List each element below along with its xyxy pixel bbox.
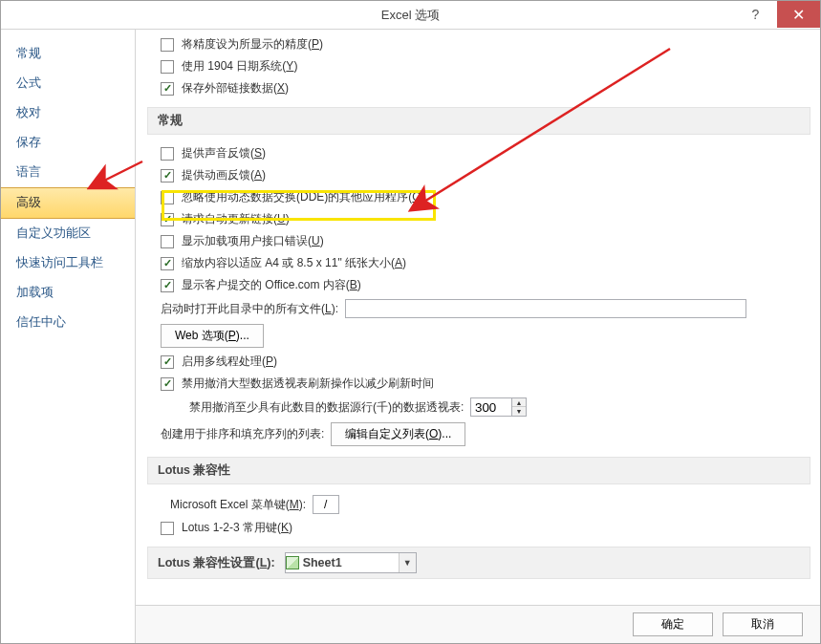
top-cbs-checkbox-0[interactable] <box>161 38 174 52</box>
pivot-disable-row: 禁用撤消大型数据透视表刷新操作以减少刷新时间 <box>143 373 820 395</box>
section-lotus-settings-label: Lotus 兼容性设置(L): <box>158 555 275 571</box>
top-cbs-checkbox-2[interactable] <box>161 82 174 96</box>
gen-cbs-label-6: 显示客户提交的 Office.com 内容(B) <box>182 277 361 293</box>
options-scroll[interactable]: 将精度设为所显示的精度(P)使用 1904 日期系统(Y)保存外部链接数据(X)… <box>136 30 820 605</box>
spinner-up-icon[interactable]: ▲ <box>512 398 526 407</box>
sheet-select[interactable]: Sheet1 ▼ <box>285 552 417 573</box>
top-cbs-label-2: 保存外部链接数据(X) <box>182 80 289 97</box>
gen-cbs-row-3: 请求自动更新链接(U) <box>143 208 820 230</box>
web-options-row: Web 选项(P)... <box>143 321 820 351</box>
section-general-label: 常规 <box>158 113 183 129</box>
startup-folder-label: 启动时打开此目录中的所有文件(L): <box>161 301 338 317</box>
startup-folder-row: 启动时打开此目录中的所有文件(L): <box>143 296 820 321</box>
section-lotus-label: Lotus 兼容性 <box>158 462 231 479</box>
spinner-down-icon[interactable]: ▼ <box>512 407 526 416</box>
sidebar-item-6[interactable]: 自定义功能区 <box>1 219 135 248</box>
pivot-rows-input[interactable] <box>470 397 512 417</box>
gen-cbs-label-4: 显示加载项用户接口错误(U) <box>182 233 324 249</box>
top-cbs-row-0: 将精度设为所显示的精度(P) <box>143 33 820 55</box>
sidebar-item-0[interactable]: 常规 <box>1 39 135 69</box>
gen-cbs-checkbox-6[interactable] <box>161 279 174 292</box>
web-options-button[interactable]: Web 选项(P)... <box>161 324 264 348</box>
gen-cbs-label-2: 忽略使用动态数据交换(DDE)的其他应用程序(O) <box>182 189 425 205</box>
top-cbs-row-1: 使用 1904 日期系统(Y) <box>143 55 820 77</box>
cancel-button[interactable]: 取消 <box>723 612 803 636</box>
lotus-keys-label: Lotus 1-2-3 常用键(K) <box>182 520 292 536</box>
ok-button[interactable]: 确定 <box>633 612 713 636</box>
sheet-icon <box>286 556 299 569</box>
sheet-select-value: Sheet1 <box>303 556 399 569</box>
window-controls: ? ✕ <box>734 1 820 29</box>
startup-folder-input[interactable] <box>345 299 746 318</box>
gen-cbs-row-4: 显示加载项用户接口错误(U) <box>143 230 820 252</box>
section-general: 常规 <box>147 107 810 135</box>
gen-cbs-checkbox-3[interactable] <box>161 213 174 226</box>
lotus-menu-input[interactable] <box>313 495 339 514</box>
pivot-rows-label: 禁用撤消至少具有此数目的数据源行(千)的数据透视表: <box>189 399 464 416</box>
dialog-window: Excel 选项 ? ✕ 常规公式校对保存语言高级自定义功能区快速访问工具栏加载… <box>0 0 821 644</box>
pivot-disable-checkbox[interactable] <box>161 377 174 391</box>
gen-cbs-label-1: 提供动画反馈(A) <box>182 167 266 183</box>
gen-cbs-checkbox-5[interactable] <box>161 257 174 270</box>
lotus-keys-checkbox[interactable] <box>161 522 174 535</box>
sort-fill-label: 创建用于排序和填充序列的列表: <box>161 426 324 442</box>
section-lotus: Lotus 兼容性 <box>147 457 810 484</box>
multithread-row: 启用多线程处理(P) <box>143 351 820 373</box>
gen-cbs-row-2: 忽略使用动态数据交换(DDE)的其他应用程序(O) <box>143 186 820 208</box>
top-cbs-label-1: 使用 1904 日期系统(Y) <box>182 58 297 75</box>
gen-cbs-label-3: 请求自动更新链接(U) <box>182 211 290 227</box>
main-panel: 将精度设为所显示的精度(P)使用 1904 日期系统(Y)保存外部链接数据(X)… <box>136 30 820 643</box>
gen-cbs-label-5: 缩放内容以适应 A4 或 8.5 x 11" 纸张大小(A) <box>182 255 406 271</box>
lotus-menu-label: Microsoft Excel 菜单键(M): <box>170 497 306 513</box>
chevron-down-icon[interactable]: ▼ <box>399 553 416 572</box>
gen-cbs-row-6: 显示客户提交的 Office.com 内容(B) <box>143 274 820 296</box>
sidebar-item-5[interactable]: 高级 <box>1 187 135 219</box>
titlebar: Excel 选项 ? ✕ <box>1 1 820 30</box>
top-cbs-row-2: 保存外部链接数据(X) <box>143 77 820 99</box>
sidebar-item-7[interactable]: 快速访问工具栏 <box>1 248 135 278</box>
top-cbs-label-0: 将精度设为所显示的精度(P) <box>182 36 323 53</box>
dialog-body: 常规公式校对保存语言高级自定义功能区快速访问工具栏加载项信任中心 将精度设为所显… <box>1 30 820 643</box>
sidebar-item-3[interactable]: 保存 <box>1 128 135 158</box>
gen-cbs-label-0: 提供声音反馈(S) <box>182 145 266 161</box>
pivot-rows-spinner[interactable]: ▲▼ <box>470 397 527 417</box>
gen-cbs-row-0: 提供声音反馈(S) <box>143 142 820 164</box>
category-sidebar: 常规公式校对保存语言高级自定义功能区快速访问工具栏加载项信任中心 <box>1 30 136 643</box>
pivot-rows-row: 禁用撤消至少具有此数目的数据源行(千)的数据透视表: ▲▼ <box>143 395 820 419</box>
lotus-keys-row: Lotus 1-2-3 常用键(K) <box>143 517 820 539</box>
help-button[interactable]: ? <box>734 1 777 28</box>
sort-fill-row: 创建用于排序和填充序列的列表: 编辑自定义列表(O)... <box>143 419 820 449</box>
gen-cbs-checkbox-2[interactable] <box>161 191 174 204</box>
pivot-disable-label: 禁用撤消大型数据透视表刷新操作以减少刷新时间 <box>182 376 434 392</box>
multithread-label: 启用多线程处理(P) <box>182 354 277 370</box>
sidebar-item-8[interactable]: 加载项 <box>1 278 135 308</box>
section-lotus-settings: Lotus 兼容性设置(L): Sheet1 ▼ <box>147 547 810 579</box>
gen-cbs-checkbox-4[interactable] <box>161 235 174 248</box>
dialog-button-bar: 确定 取消 <box>136 605 820 643</box>
sidebar-item-2[interactable]: 校对 <box>1 98 135 128</box>
top-cbs-checkbox-1[interactable] <box>161 60 174 74</box>
close-button[interactable]: ✕ <box>777 1 820 28</box>
gen-cbs-checkbox-1[interactable] <box>161 169 174 182</box>
gen-cbs-row-5: 缩放内容以适应 A4 或 8.5 x 11" 纸张大小(A) <box>143 252 820 274</box>
lotus-menu-row: Microsoft Excel 菜单键(M): <box>143 492 820 517</box>
sidebar-item-4[interactable]: 语言 <box>1 158 135 187</box>
spinner-arrows[interactable]: ▲▼ <box>512 397 527 417</box>
sidebar-item-9[interactable]: 信任中心 <box>1 308 135 337</box>
edit-custom-lists-button[interactable]: 编辑自定义列表(O)... <box>331 422 465 446</box>
gen-cbs-checkbox-0[interactable] <box>161 147 174 161</box>
dialog-title: Excel 选项 <box>381 7 440 24</box>
multithread-checkbox[interactable] <box>161 355 174 369</box>
sidebar-item-1[interactable]: 公式 <box>1 69 135 98</box>
gen-cbs-row-1: 提供动画反馈(A) <box>143 164 820 186</box>
